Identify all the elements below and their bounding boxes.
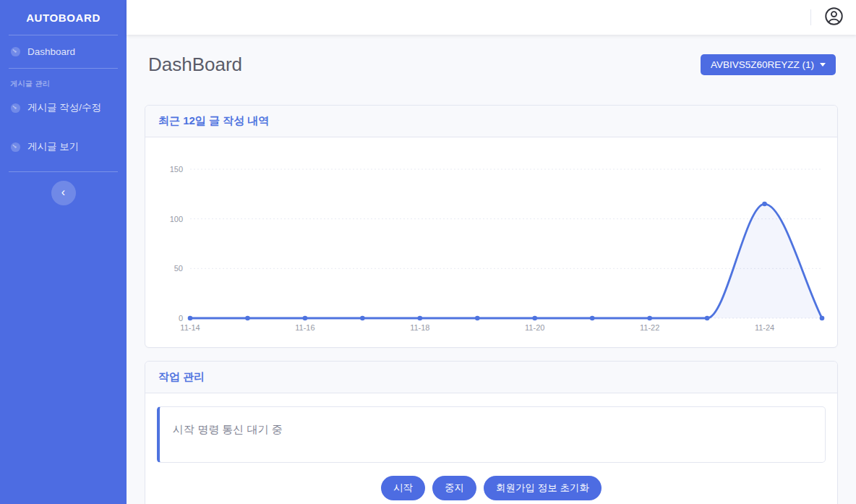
tachometer-icon	[10, 142, 21, 153]
heading-row: DashBoard AVBIVS5Z60REYZZ (1)	[148, 54, 836, 76]
task-status-message: 시작 명령 통신 대기 중	[173, 423, 283, 435]
chart-card-body: 05010015011-1411-1611-1811-2011-2211-24	[145, 137, 837, 347]
caret-down-icon	[820, 63, 826, 67]
svg-text:11-22: 11-22	[640, 323, 659, 332]
account-dropdown-button[interactable]: AVBIVS5Z60REYZZ (1)	[701, 54, 836, 75]
sidebar-item-post-view[interactable]: 게시글 보기	[0, 129, 127, 164]
svg-text:100: 100	[170, 215, 183, 223]
svg-text:11-20: 11-20	[525, 323, 544, 332]
chevron-left-icon: ‹	[61, 187, 65, 198]
topbar	[127, 0, 856, 35]
page-title: DashBoard	[148, 54, 242, 76]
svg-text:150: 150	[170, 165, 183, 174]
svg-text:11-18: 11-18	[410, 323, 429, 332]
sidebar-collapse-area: ‹	[0, 172, 127, 214]
topbar-divider	[810, 9, 811, 25]
task-buttons-row: 시작 중지 회원가입 정보 초기화	[157, 463, 826, 504]
start-button[interactable]: 시작	[381, 476, 425, 500]
sidebar: AUTOBOARD Dashboard 게시글 관리 게시글 작성/수정	[0, 0, 127, 504]
tachometer-icon	[10, 103, 21, 114]
task-card-body: 시작 명령 통신 대기 중 시작 중지 회원가입 정보 초기화	[145, 393, 837, 504]
sidebar-item-label: 게시글 보기	[27, 140, 79, 153]
stop-button[interactable]: 중지	[432, 476, 476, 500]
task-card-title: 작업 관리	[145, 362, 837, 393]
page-content: DashBoard AVBIVS5Z60REYZZ (1) 최근 12일 글 작…	[127, 35, 856, 504]
task-management-card: 작업 관리 시작 명령 통신 대기 중 시작 중지 회원가입 정보 초기화	[145, 361, 838, 504]
svg-text:11-24: 11-24	[755, 323, 774, 332]
svg-text:50: 50	[174, 264, 183, 273]
tachometer-icon	[10, 46, 21, 57]
brand-logo[interactable]: AUTOBOARD	[0, 0, 127, 35]
chart-card-title: 최근 12일 글 작성 내역	[145, 106, 837, 137]
sidebar-section-label: 게시글 관리	[0, 69, 127, 90]
user-menu-button[interactable]	[823, 7, 844, 28]
task-status-box: 시작 명령 통신 대기 중	[157, 406, 826, 463]
recent-posts-chart-card: 최근 12일 글 작성 내역 05010015011-1411-1611-181…	[145, 105, 838, 348]
posts-line-chart: 05010015011-1411-1611-1811-2011-2211-24	[155, 148, 839, 344]
reset-signup-info-button[interactable]: 회원가입 정보 초기화	[484, 476, 602, 500]
svg-text:11-16: 11-16	[295, 323, 314, 332]
sidebar-item-label: Dashboard	[27, 46, 75, 57]
sidebar-item-label: 게시글 작성/수정	[27, 101, 101, 114]
sidebar-item-dashboard[interactable]: Dashboard	[0, 35, 127, 68]
svg-text:11-14: 11-14	[180, 323, 200, 332]
main-column: DashBoard AVBIVS5Z60REYZZ (1) 최근 12일 글 작…	[127, 0, 856, 504]
svg-text:0: 0	[179, 314, 183, 323]
account-dropdown-label: AVBIVS5Z60REYZZ (1)	[711, 59, 814, 70]
user-circle-icon	[824, 7, 844, 28]
sidebar-collapse-button[interactable]: ‹	[51, 181, 76, 205]
sidebar-item-post-write-edit[interactable]: 게시글 작성/수정	[0, 90, 127, 125]
